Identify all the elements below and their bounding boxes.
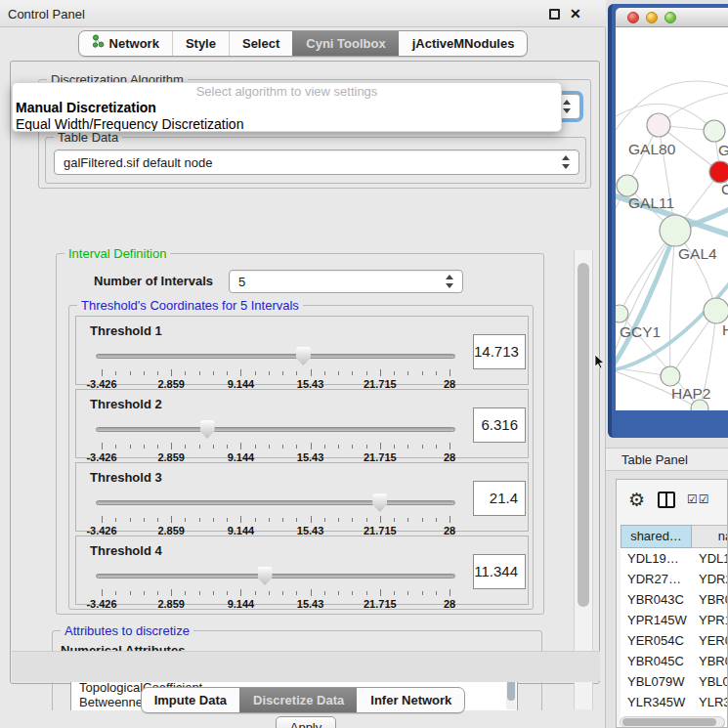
checkbox-icon[interactable]: ☑☑: [687, 492, 710, 506]
slider-thumb[interactable]: [372, 493, 387, 512]
node-table[interactable]: shared…nameYDL19…YDL1YDR27…YDR2YBR043CYB…: [621, 525, 728, 728]
gear-icon[interactable]: ⚙: [628, 489, 645, 511]
tab-network[interactable]: Network: [79, 31, 172, 56]
threshold-slider[interactable]: -3.4262.8599.14415.4321.71528: [96, 566, 455, 605]
slider-thumb[interactable]: [296, 347, 311, 365]
interval-definition-title: Interval Definition: [64, 249, 170, 261]
popup-item[interactable]: Equal Width/Frequency Discretization: [13, 116, 561, 132]
cell-name[interactable]: YBL0: [692, 671, 728, 692]
network-node-G[interactable]: [704, 120, 725, 142]
network-node-GAL4[interactable]: [660, 215, 691, 246]
scrollbar-thumb[interactable]: [578, 263, 589, 607]
cell-shared-name[interactable]: YBR043C: [621, 589, 692, 610]
cell-shared-name[interactable]: YPR145W: [621, 610, 692, 630]
network-node-GCY1[interactable]: [616, 305, 628, 322]
slider-thumb[interactable]: [258, 567, 273, 585]
network-view-window: GAL80GCGAL11GAL4GCY1HHAP2: [608, 4, 728, 438]
number-of-intervals-label: Number of Intervals: [94, 274, 213, 288]
threshold-slider[interactable]: -3.4262.8599.14415.4321.71528: [96, 419, 455, 458]
cell-shared-name[interactable]: YDL19…: [621, 548, 692, 569]
zoom-traffic-icon[interactable]: [664, 12, 676, 23]
tab-label: Network: [109, 31, 159, 57]
table-panel-card: ⚙ ☑☑ shared…nameYDL19…YDL1YDR27…YDR2YBR0…: [616, 479, 728, 728]
table-row[interactable]: YDR27…YDR2: [621, 569, 728, 589]
tab-discretize-data[interactable]: Discretize Data: [239, 688, 357, 712]
cell-shared-name[interactable]: YBL079W: [621, 671, 692, 692]
tab-label: Discretize Data: [253, 688, 344, 713]
cell-name[interactable]: YLR3: [692, 692, 728, 712]
mouse-cursor: [594, 355, 606, 370]
cell-name[interactable]: YDR2: [692, 569, 728, 589]
control-panel-titlebar: Control Panel ✕: [0, 0, 606, 27]
node-label: GAL4: [678, 245, 717, 262]
settings-scrollbar[interactable]: [574, 250, 593, 709]
cell-shared-name[interactable]: YBR045C: [621, 651, 692, 671]
close-icon[interactable]: ✕: [570, 6, 581, 21]
table-hscrollbar[interactable]: [620, 716, 725, 728]
number-of-intervals-combobox[interactable]: 5: [229, 270, 463, 293]
table-data-combobox[interactable]: galFiltered.sif default node: [54, 150, 579, 175]
network-canvas[interactable]: GAL80GCGAL11GAL4GCY1HHAP2: [616, 27, 728, 410]
table-data-title: Table Data: [54, 130, 122, 145]
tab-infer-network[interactable]: Infer Network: [357, 688, 464, 712]
table-row[interactable]: YER054CYER0: [621, 630, 728, 651]
interval-definition-group: Interval Definition Number of Intervals …: [56, 253, 544, 615]
close-traffic-icon[interactable]: [627, 12, 639, 23]
cell-shared-name[interactable]: YER054C: [621, 630, 692, 651]
table-row[interactable]: YLR345WYLR3: [621, 692, 728, 712]
tab-select[interactable]: Select: [229, 31, 292, 56]
network-node-HAP2[interactable]: [661, 366, 680, 386]
column-header-shared-name[interactable]: shared…: [621, 525, 692, 548]
apply-button[interactable]: Apply: [276, 716, 336, 728]
popup-placeholder: Select algorithm to view settings: [13, 83, 561, 100]
cell-name[interactable]: YPR1: [692, 610, 728, 630]
slider-thumb[interactable]: [200, 420, 215, 439]
settings-scroll-viewport: Interval Definition Number of Intervals …: [48, 249, 570, 710]
cell-name[interactable]: YBR0: [692, 651, 728, 671]
threshold-slider[interactable]: -3.4262.8599.14415.4321.71528: [96, 346, 455, 385]
threshold-value-field[interactable]: 21.4: [473, 481, 526, 516]
network-node-C[interactable]: [709, 161, 728, 183]
table-row[interactable]: YDL19…YDL1: [621, 548, 728, 569]
threshold-value-field[interactable]: 6.316: [473, 407, 526, 443]
popup-item[interactable]: Manual Discretization: [13, 100, 561, 116]
tab-style[interactable]: Style: [172, 31, 229, 56]
network-node-GAL11[interactable]: [617, 175, 638, 196]
hscroll-thumb[interactable]: [622, 718, 716, 726]
cell-name[interactable]: YDL1: [692, 548, 728, 569]
cell-name[interactable]: YER0: [692, 630, 728, 651]
threshold-slider[interactable]: -3.4262.8599.14415.4321.71528: [96, 492, 455, 532]
slider-track[interactable]: [96, 500, 455, 505]
slider-track[interactable]: [96, 354, 455, 359]
tab-impute-data[interactable]: Impute Data: [142, 688, 239, 712]
table-row[interactable]: YBR043CYBR0: [621, 589, 728, 610]
slider-track[interactable]: [96, 574, 455, 578]
attributes-group-title: Attributes to discretize: [61, 623, 193, 638]
table-row[interactable]: YBR045CYBR0: [621, 651, 728, 671]
cell-shared-name[interactable]: YDR27…: [621, 569, 692, 589]
tick-label: 21.715: [364, 598, 397, 610]
top-tabbar: NetworkStyleSelectCyni ToolboxjActiveMNo…: [0, 30, 606, 57]
columns-icon[interactable]: [658, 492, 675, 508]
tab-jactivemnodules[interactable]: jActiveMNodules: [399, 31, 528, 56]
minimize-traffic-icon[interactable]: [646, 12, 658, 23]
network-node-H[interactable]: [704, 298, 728, 323]
slider-tick-labels: -3.4262.8599.14415.4321.71528: [96, 598, 455, 610]
threshold-value-field[interactable]: 11.344: [473, 554, 526, 589]
table-row[interactable]: YPR145WYPR1: [621, 610, 728, 630]
float-window-icon[interactable]: [549, 9, 560, 20]
tick-label: 28: [444, 598, 455, 610]
threshold-value-field[interactable]: 14.713: [473, 334, 526, 369]
network-icon: [92, 31, 105, 57]
table-row[interactable]: YBL079WYBL0: [621, 671, 728, 692]
network-node-GAL80[interactable]: [647, 113, 670, 137]
cell-shared-name[interactable]: YLR345W: [621, 692, 692, 712]
popup-items: Manual DiscretizationEqual Width/Frequen…: [13, 100, 561, 132]
column-header-name[interactable]: name: [692, 525, 728, 548]
node-label: GAL11: [628, 194, 674, 211]
tab-cyni-toolbox[interactable]: Cyni Toolbox: [292, 31, 398, 56]
slider-ticks: [96, 516, 455, 524]
network-window-titlebar[interactable]: [616, 8, 728, 27]
cell-name[interactable]: YBR0: [692, 589, 728, 610]
slider-track[interactable]: [96, 427, 455, 432]
